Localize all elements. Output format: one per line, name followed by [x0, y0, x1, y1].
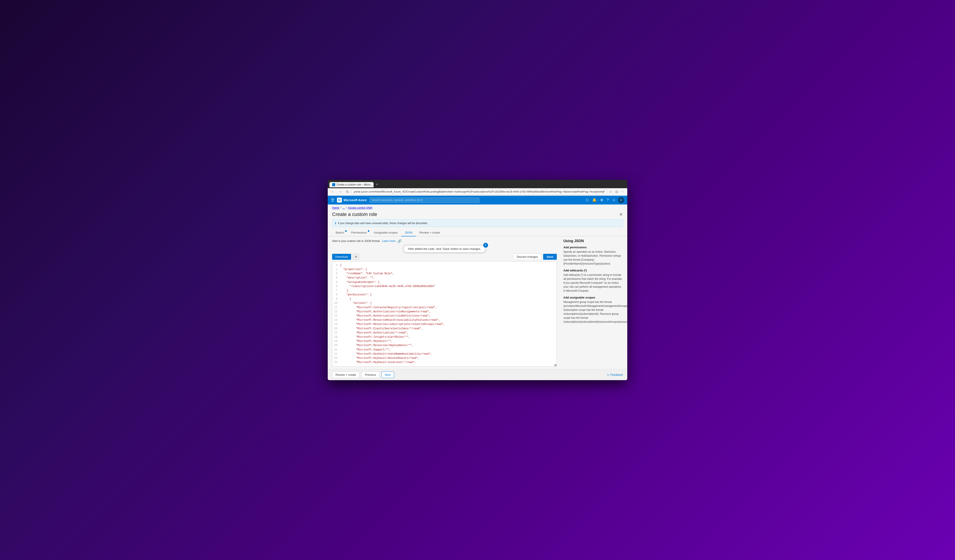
line-number: 16 [332, 327, 340, 331]
sidebar-section-add-scopes: Add assignable scopes [564, 296, 623, 299]
azure-brand-name: Microsoft Azure [344, 198, 367, 202]
line-number: 13 [332, 314, 340, 318]
panel-close-button[interactable]: ✕ [619, 212, 623, 217]
line-number: 1 [332, 263, 340, 267]
line-number: 4 [332, 276, 340, 280]
line-number: 19 [332, 339, 340, 343]
code-line: 24 "Microsoft.KeyVault/locations/*/read"… [332, 360, 557, 365]
line-content: "roleName": "C4C Custom Role", [340, 271, 394, 276]
code-line: 2 "properties": { [332, 267, 557, 271]
cloud-shell-icon[interactable]: ⬡ [584, 197, 590, 203]
learn-more-link[interactable]: Learn more [382, 240, 396, 243]
address-input[interactable] [352, 189, 607, 194]
bookmark-icon[interactable]: ☆ [609, 190, 613, 194]
forward-button[interactable]: → [337, 189, 343, 194]
breadcrumb-dots[interactable]: ... [343, 206, 345, 209]
code-line: 6 "/subscriptions/ca53384e-be29-4445-a76… [332, 284, 557, 289]
line-content: { [340, 263, 341, 267]
browser-icon-group: ☆ ⊡ ⋯ [609, 190, 625, 194]
resize-handle[interactable] [554, 364, 557, 366]
code-line: 10 "actions": [ [332, 301, 557, 305]
info-banner: ℹ If you change tabs and have unsaved ed… [332, 220, 623, 227]
breadcrumb-home[interactable]: Home [332, 206, 339, 209]
help-icon[interactable]: ? [606, 197, 610, 203]
hamburger-menu-button[interactable]: ☰ [331, 198, 334, 203]
line-number: 8 [332, 293, 340, 297]
more-icon[interactable]: ⋯ [620, 190, 625, 194]
line-number: 9 [332, 297, 340, 301]
line-content: "Microsoft.Authorization/*/read", [340, 331, 409, 335]
profile-icon[interactable]: ⊡ [614, 190, 619, 194]
code-line: 16 "Microsoft.ElasticSan/elasticSans/*/r… [332, 327, 557, 331]
notifications-icon[interactable]: 🔔 [591, 197, 598, 203]
code-line: 23 "Microsoft.KeyVault/deletedVaults/rea… [332, 356, 557, 360]
settings-icon[interactable]: ⚙ [599, 197, 604, 203]
code-line: 1{ [332, 263, 557, 267]
line-content: "/subscriptions/ca53384e-be29-4445-a763-… [340, 284, 435, 289]
callout-badge: 7 [483, 243, 488, 248]
next-button[interactable]: Next [382, 371, 394, 378]
tab-permissions[interactable]: Permissions [348, 229, 370, 236]
copy-button[interactable]: ⧉ [353, 254, 359, 260]
code-line: 4 "description": "", [332, 276, 557, 280]
sidebar-section-add-permissions: Add permissions [564, 246, 623, 249]
callout-text: After edited the code, click 'Save' butt… [408, 247, 481, 251]
code-line: 13 "Microsoft.Authorization/roleDefiniti… [332, 314, 557, 318]
external-link-icon: 🔗 [397, 239, 402, 243]
breadcrumb-iam[interactable]: Access control (IAM) [348, 206, 373, 209]
reload-button[interactable]: ↻ [345, 189, 350, 194]
azure-navbar: ☰ Az Microsoft Azure ⬡ 🔔 ⚙ ? ☺ U [328, 196, 627, 204]
tab-basics[interactable]: Basics [332, 229, 348, 236]
tab-dot-basics [345, 230, 347, 232]
json-area: Here is your custom role in JSON format.… [328, 236, 627, 370]
back-button[interactable]: ← [330, 189, 336, 194]
code-line: 9 { [332, 297, 557, 301]
code-line: 12 "Microsoft.Authorization/roleAssignme… [332, 310, 557, 314]
line-number: 2 [332, 267, 340, 271]
line-number: 12 [332, 310, 340, 314]
feedback-icon[interactable]: ☺ [611, 197, 617, 203]
code-line: 11 "Microsoft.ContainerRegistry/registri… [332, 306, 557, 310]
code-line: 14 "Microsoft.ResourceHealth/availabilit… [332, 318, 557, 322]
new-tab-button[interactable]: + [374, 182, 379, 187]
tab-review-create[interactable]: Review + create [416, 229, 443, 236]
azure-nav-icons: ⬡ 🔔 ⚙ ? ☺ U [584, 197, 624, 203]
line-number: 6 [332, 284, 340, 289]
tab-json[interactable]: JSON [401, 229, 416, 236]
previous-button[interactable]: Previous [362, 371, 379, 378]
azure-logo-icon: Az [337, 198, 342, 203]
line-number: 20 [332, 343, 340, 348]
json-info-text: Here is your custom role in JSON format. [332, 240, 380, 243]
line-content: "Microsoft.ElasticSan/elasticSans/*/read… [340, 327, 423, 331]
line-number: 18 [332, 335, 340, 339]
user-avatar[interactable]: U [618, 197, 624, 203]
line-content: "Microsoft.Insights/alertRules/*", [340, 335, 410, 339]
line-number: 23 [332, 356, 340, 360]
code-line: 18 "Microsoft.Insights/alertRules/*", [332, 335, 557, 339]
save-button[interactable]: Save [543, 254, 557, 260]
line-number: 11 [332, 306, 340, 310]
line-content: "Microsoft.Resources/subscriptions/resou… [340, 322, 445, 326]
sidebar-text-add-permissions: Specify an operation as an Action, NotAc… [564, 250, 623, 266]
download-button[interactable]: Download [332, 254, 351, 260]
code-line: 8 "permissions": [ [332, 293, 557, 297]
azure-search-input[interactable] [369, 197, 479, 203]
code-line: 5 "assignableScopes": [ [332, 280, 557, 284]
review-create-button[interactable]: Review + create [332, 371, 359, 378]
line-number: 21 [332, 348, 340, 352]
feedback-link[interactable]: ☺ Feedback [607, 373, 623, 376]
line-number: 24 [332, 360, 340, 365]
line-content: "Microsoft.Support/*", [340, 348, 391, 352]
code-editor[interactable]: 1{2 "properties": {3 "roleName": "C4C Cu… [332, 261, 557, 367]
info-text: If you change tabs and have unsaved edit… [338, 222, 428, 225]
discard-changes-button[interactable]: Discard changes [514, 254, 542, 260]
line-number: 5 [332, 280, 340, 284]
breadcrumb-sep-2: > [346, 206, 347, 209]
line-content: "Microsoft.Authorization/roleDefinitions… [340, 314, 431, 318]
sidebar-title: Using JSON [564, 239, 623, 243]
browser-tab-active[interactable]: Create a custom role – Micro... ✕ [329, 182, 374, 187]
line-content: ], [340, 289, 349, 293]
azure-logo: Az Microsoft Azure [337, 198, 367, 203]
callout-bubble: After edited the code, click 'Save' butt… [403, 245, 486, 253]
tab-assignable-scopes[interactable]: Assignable scopes [370, 229, 401, 236]
